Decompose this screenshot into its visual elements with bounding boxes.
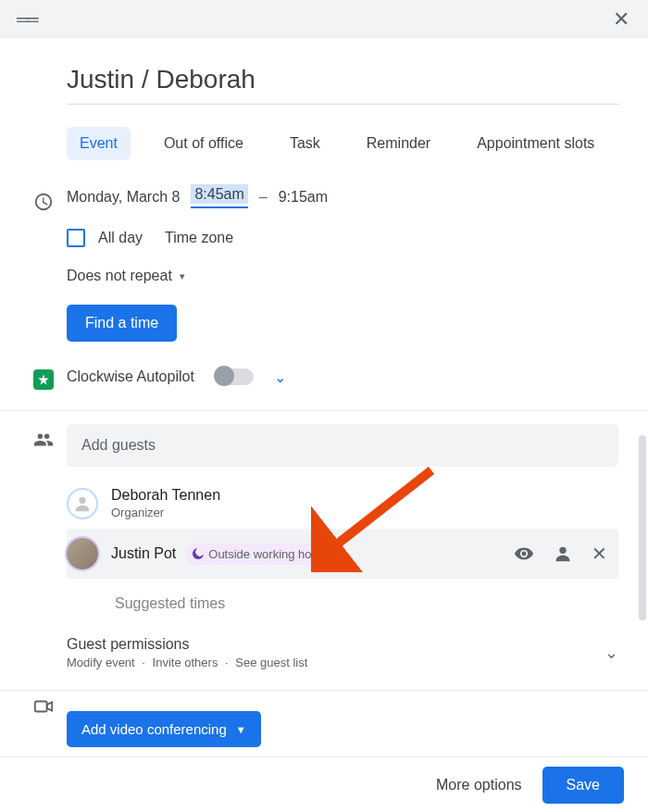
- clock-icon: [33, 192, 54, 212]
- event-type-tabs: Event Out of office Task Reminder Appoin…: [67, 127, 618, 160]
- video-button-label: Add video conferencing: [81, 721, 227, 737]
- more-options-button[interactable]: More options: [436, 777, 522, 793]
- end-time-field[interactable]: 9:15am: [279, 189, 328, 206]
- recurrence-dropdown[interactable]: Does not repeat: [67, 268, 618, 284]
- guest-row-organizer: Deborah Tennen Organizer: [67, 478, 618, 529]
- guest-name: Justin Pot: [111, 545, 176, 562]
- event-title-input[interactable]: [67, 65, 618, 105]
- tab-reminder[interactable]: Reminder: [354, 127, 443, 160]
- add-video-conferencing-button[interactable]: Add video conferencing ▼: [67, 711, 261, 747]
- tab-task[interactable]: Task: [277, 127, 333, 160]
- drag-handle-icon[interactable]: ══: [17, 10, 37, 30]
- add-guests-input[interactable]: Add guests: [67, 424, 618, 467]
- close-icon[interactable]: ✕: [613, 7, 629, 31]
- dialog-header: ══ ✕: [0, 0, 648, 39]
- time-dash: –: [259, 189, 268, 206]
- tab-out-of-office[interactable]: Out of office: [151, 127, 256, 160]
- badge-text: Outside working hours: [208, 547, 328, 561]
- save-button[interactable]: Save: [542, 767, 624, 804]
- find-a-time-button[interactable]: Find a time: [67, 305, 177, 342]
- start-time-field[interactable]: 8:45am: [191, 186, 247, 208]
- clockwise-icon: [33, 369, 54, 390]
- guest-role: Organizer: [111, 506, 607, 519]
- svg-rect-2: [35, 702, 47, 712]
- remove-guest-icon[interactable]: ✕: [592, 543, 607, 565]
- guest-permissions-title: Guest permissions: [67, 636, 307, 653]
- guest-name: Deborah Tennen: [111, 487, 220, 504]
- dialog-content: Event Out of office Task Reminder Appoin…: [0, 39, 648, 747]
- avatar: [67, 538, 98, 569]
- section-divider: [0, 410, 648, 411]
- guest-details-icon[interactable]: [553, 543, 573, 564]
- svg-point-0: [79, 496, 85, 503]
- all-day-label: All day: [98, 230, 143, 246]
- guest-permissions-subtitle: Modify event · Invite others · See guest…: [67, 656, 307, 669]
- mark-optional-icon[interactable]: [514, 543, 534, 564]
- start-time-text: 8:45am: [191, 184, 247, 204]
- dropdown-caret-icon: ▼: [236, 724, 246, 735]
- moon-icon: [193, 548, 204, 559]
- suggested-times-link[interactable]: Suggested times: [115, 595, 618, 612]
- all-day-checkbox[interactable]: [67, 229, 85, 247]
- recurrence-label: Does not repeat: [67, 268, 172, 284]
- video-icon: [33, 696, 54, 717]
- svg-point-1: [559, 547, 566, 554]
- event-date[interactable]: Monday, March 8: [67, 189, 180, 206]
- guest-row[interactable]: Justin Pot Outside working hours ✕: [67, 529, 618, 579]
- outside-hours-badge: Outside working hours: [185, 543, 339, 565]
- people-icon: [33, 430, 54, 450]
- clockwise-label: Clockwise Autopilot: [67, 369, 194, 385]
- chevron-down-icon: ⌄: [604, 643, 618, 663]
- tab-appointment-slots[interactable]: Appointment slots: [464, 127, 607, 160]
- clockwise-toggle[interactable]: [215, 369, 254, 385]
- clockwise-expand-icon[interactable]: ⌄: [274, 369, 286, 386]
- avatar: [67, 488, 98, 519]
- dialog-footer: More options Save: [0, 756, 648, 812]
- guest-permissions-toggle[interactable]: Guest permissions Modify event · Invite …: [67, 636, 618, 669]
- scrollbar[interactable]: [639, 435, 646, 620]
- time-zone-link[interactable]: Time zone: [165, 230, 233, 246]
- tab-event[interactable]: Event: [67, 127, 131, 160]
